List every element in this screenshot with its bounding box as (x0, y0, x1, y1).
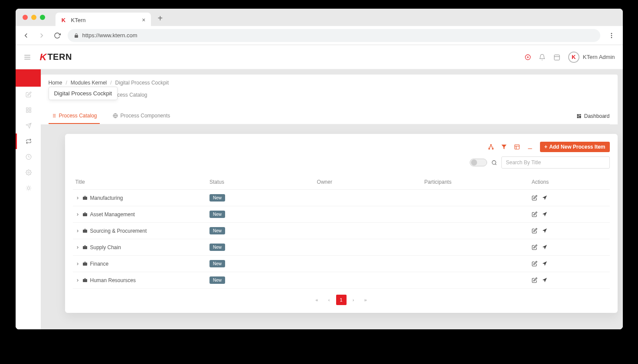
status-badge: New (209, 260, 225, 267)
view-toggle[interactable] (470, 159, 487, 166)
reload-button[interactable] (52, 30, 62, 41)
svg-rect-36 (490, 144, 492, 146)
dashboard-link[interactable]: Dashboard (576, 109, 610, 124)
breadcrumb-modules[interactable]: Modules Kernel (71, 80, 107, 86)
window-controls (23, 15, 45, 20)
sidebar-item-home[interactable] (16, 69, 41, 87)
edit-icon[interactable] (532, 211, 537, 217)
expand-icon[interactable] (75, 278, 80, 283)
page-header: Home / Modules Kernel / Digital Process … (41, 75, 618, 124)
row-title-text: Finance (90, 261, 109, 267)
edit-icon[interactable] (532, 244, 537, 250)
edit-icon[interactable] (532, 277, 537, 283)
send-icon[interactable] (542, 244, 547, 250)
logo[interactable]: K TERN (40, 52, 72, 63)
edit-icon[interactable] (532, 261, 537, 266)
table-row: Human Resoursces New (73, 272, 610, 289)
columns-icon[interactable] (514, 144, 520, 150)
sidebar-item-settings[interactable] (16, 165, 41, 180)
add-process-item-button[interactable]: + Add New Process Item (540, 142, 609, 152)
plus-icon: + (544, 144, 547, 150)
search-input[interactable] (501, 156, 610, 169)
tabs: Process Catalog Process Components Dashb… (49, 108, 610, 124)
page-number-current[interactable]: 1 (336, 295, 347, 305)
svg-marker-50 (542, 212, 546, 216)
svg-marker-43 (501, 145, 507, 150)
expand-icon[interactable] (75, 212, 80, 217)
bell-icon[interactable] (539, 54, 546, 61)
send-icon[interactable] (542, 211, 547, 217)
search-icon[interactable] (491, 160, 497, 166)
filter-icon[interactable] (501, 144, 507, 150)
sidebar (16, 69, 41, 329)
breadcrumb-home[interactable]: Home (49, 80, 62, 86)
expand-icon[interactable] (75, 245, 80, 250)
sidebar-item-send[interactable] (16, 118, 41, 133)
briefcase-icon (82, 228, 88, 234)
tab-process-components[interactable]: Process Components (110, 108, 173, 124)
lock-icon (74, 33, 79, 38)
expand-icon[interactable] (75, 196, 80, 200)
maximize-window-button[interactable] (40, 15, 45, 20)
sidebar-item-grid[interactable] (16, 102, 41, 118)
minimize-window-button[interactable] (31, 15, 36, 20)
close-tab-button[interactable]: × (142, 17, 145, 23)
status-badge: New (209, 227, 225, 234)
browser-tab[interactable]: K KTern × (56, 13, 151, 27)
tab-process-catalog[interactable]: Process Catalog (49, 108, 100, 124)
svg-rect-13 (26, 110, 28, 112)
status-badge: New (209, 211, 225, 218)
send-icon[interactable] (542, 261, 547, 266)
menu-toggle-button[interactable] (23, 53, 31, 61)
page-first-button[interactable]: « (312, 295, 322, 305)
svg-marker-53 (542, 261, 546, 266)
search-row (73, 156, 610, 169)
sidebar-item-edit[interactable] (16, 87, 41, 102)
download-icon[interactable] (527, 144, 533, 150)
forward-button[interactable] (36, 30, 47, 41)
back-button[interactable] (21, 30, 31, 41)
sidebar-item-star[interactable] (16, 180, 41, 196)
send-icon[interactable] (542, 277, 547, 283)
browser-window: K KTern × + https://www.ktern.com (16, 9, 623, 329)
svg-point-19 (27, 187, 30, 189)
row-title-text: Supply Chain (90, 244, 121, 250)
edit-icon[interactable] (532, 195, 537, 201)
add-icon[interactable] (525, 54, 531, 60)
svg-point-47 (492, 160, 496, 164)
page-prev-button[interactable]: ‹ (324, 295, 334, 305)
svg-rect-44 (515, 145, 520, 150)
browser-menu-button[interactable] (605, 32, 618, 39)
briefcase-icon (82, 245, 88, 250)
table-row: Manufacturing New (73, 190, 610, 206)
sidebar-item-timer[interactable] (16, 149, 41, 165)
panel-toolbar: + Add New Process Item (73, 142, 610, 152)
tooltip: Digital Process Cockpit (49, 87, 118, 100)
svg-marker-49 (542, 195, 546, 200)
user-menu[interactable]: K KTern Admin (568, 52, 615, 63)
sidebar-item-process[interactable] (16, 133, 41, 149)
svg-marker-54 (542, 278, 546, 282)
briefcase-icon (82, 278, 88, 283)
send-icon[interactable] (542, 228, 547, 234)
send-icon[interactable] (542, 195, 547, 201)
svg-rect-11 (26, 108, 28, 110)
app-header: K TERN K KTern Admin (16, 45, 623, 69)
calendar-icon[interactable] (553, 54, 560, 61)
data-panel: + Add New Process Item (65, 134, 618, 313)
svg-rect-14 (29, 110, 31, 112)
expand-icon[interactable] (75, 262, 80, 266)
svg-rect-38 (492, 148, 494, 150)
col-actions: Actions (529, 175, 610, 190)
new-tab-button[interactable]: + (154, 13, 167, 23)
expand-icon[interactable] (75, 229, 80, 233)
row-title-text: Sourcing & Procurement (90, 228, 147, 234)
hierarchy-icon[interactable] (488, 144, 494, 150)
row-title-text: Human Resoursces (90, 277, 136, 283)
page-next-button[interactable]: › (348, 295, 359, 305)
address-bar[interactable]: https://www.ktern.com (68, 29, 600, 42)
page-last-button[interactable]: » (360, 295, 371, 305)
edit-icon[interactable] (532, 228, 537, 234)
close-window-button[interactable] (23, 15, 28, 20)
svg-marker-51 (542, 228, 546, 233)
